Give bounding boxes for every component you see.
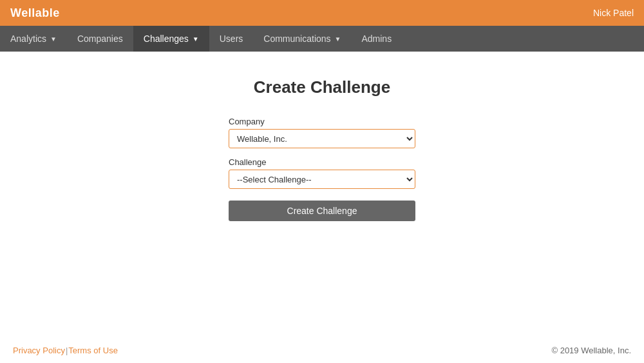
- nav-item-communications[interactable]: Communications ▼: [253, 26, 351, 52]
- nav-item-companies[interactable]: Companies: [67, 26, 133, 52]
- challenge-label: Challenge: [229, 157, 415, 167]
- nav-item-users[interactable]: Users: [209, 26, 254, 52]
- footer-separator: |: [66, 346, 68, 355]
- nav-item-analytics[interactable]: Analytics ▼: [0, 26, 67, 52]
- nav-label-users: Users: [220, 34, 243, 44]
- nav-arrow-challenges: ▼: [193, 35, 199, 43]
- terms-of-use-link[interactable]: Terms of Use: [68, 346, 118, 355]
- top-bar: Wellable Nick Patel: [0, 0, 644, 26]
- nav-item-admins[interactable]: Admins: [351, 26, 402, 52]
- company-field-group: Company Wellable, Inc.: [229, 117, 415, 148]
- main-content: Create Challenge Company Wellable, Inc. …: [0, 52, 644, 338]
- logo: Wellable: [10, 6, 60, 20]
- nav-label-analytics: Analytics: [10, 34, 46, 44]
- footer: Privacy Policy | Terms of Use © 2019 Wel…: [0, 338, 644, 363]
- user-name: Nick Patel: [593, 8, 634, 18]
- footer-links: Privacy Policy | Terms of Use: [13, 346, 118, 355]
- page-title: Create Challenge: [254, 77, 390, 97]
- create-challenge-form: Company Wellable, Inc. Challenge --Selec…: [229, 117, 415, 221]
- create-challenge-button[interactable]: Create Challenge: [229, 201, 415, 221]
- nav-label-companies: Companies: [77, 34, 123, 44]
- challenge-field-group: Challenge --Select Challenge--: [229, 157, 415, 189]
- nav-bar: Analytics ▼ Companies Challenges ▼ Users…: [0, 26, 644, 52]
- company-select[interactable]: Wellable, Inc.: [229, 129, 415, 148]
- nav-label-communications: Communications: [263, 34, 330, 44]
- nav-arrow-analytics: ▼: [50, 35, 57, 43]
- footer-copyright: © 2019 Wellable, Inc.: [551, 346, 631, 355]
- nav-item-challenges[interactable]: Challenges ▼: [133, 26, 209, 52]
- nav-label-admins: Admins: [361, 34, 392, 44]
- challenge-select[interactable]: --Select Challenge--: [229, 170, 415, 189]
- nav-arrow-communications: ▼: [335, 35, 341, 43]
- nav-label-challenges: Challenges: [144, 34, 189, 44]
- company-label: Company: [229, 117, 415, 126]
- privacy-policy-link[interactable]: Privacy Policy: [13, 346, 65, 355]
